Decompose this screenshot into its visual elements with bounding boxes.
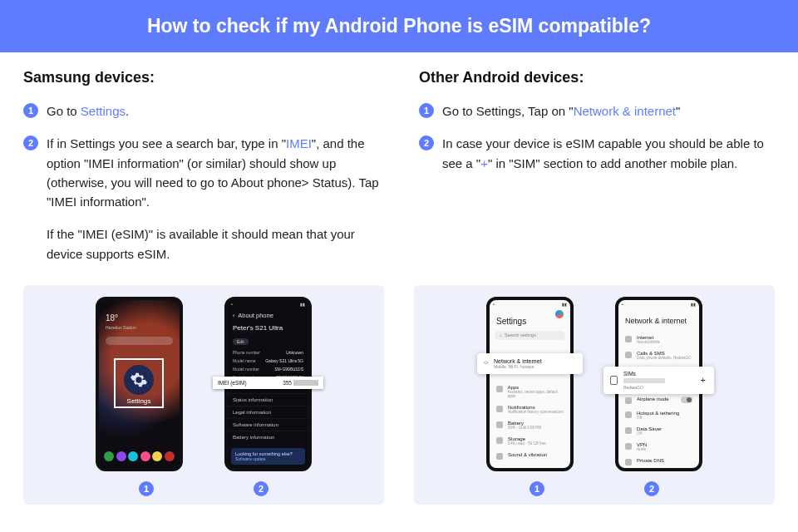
step-badge-2: 2 [419,135,434,150]
imei-esim-label: IMEI (eSIM) [218,380,247,386]
wifi-icon: ⌔ [484,359,488,367]
text-fragment: . [126,104,129,118]
gear-icon [124,365,154,395]
plus-icon: + [699,375,707,385]
imei-esim-callout: IMEI (eSIM) 355 [213,377,323,389]
samsung-heading: Samsung devices: [23,69,379,86]
samsung-step-1: 1 Go to Settings. [23,101,379,121]
dock-icon [116,451,126,461]
weather-widget-temp: 18° [106,313,118,323]
sim-icon [610,376,618,385]
samsung-step-2-text: If in Settings you see a search bar, typ… [47,134,379,264]
dock-icon [165,451,175,461]
list-item: AppsAssistant, recent apps, default apps [490,382,570,401]
other-heading: Other Android devices: [419,69,775,86]
list-item: Data SaverOff [618,423,699,439]
notifications-icon [496,406,503,412]
info-row: Model nameGalaxy S21 Ultra 5G [228,357,308,365]
footer-sub: Software update [235,456,301,461]
search-placeholder: Search settings [505,332,536,337]
list-item: Battery95% - Until 2:00 PM [490,417,570,433]
list-item: Battery information [228,431,308,443]
status-bar: •▮▮ [490,300,570,308]
info-row: Model numberSM-G998U1DS [228,365,308,373]
storage-icon [496,437,503,444]
keyword-imei: IMEI [286,136,312,150]
text-fragment: " [676,104,680,118]
other-android-column: Other Android devices: 1 Go to Settings,… [419,69,775,277]
samsung-step-2-extra: If the "IMEI (eSIM)" is available it sho… [47,224,379,264]
samsung-steps: 1 Go to Settings. 2 If in Settings you s… [23,101,379,264]
edit-pill: Edit [233,338,249,345]
step-badge-2: 2 [23,135,38,150]
sims-label: SIMs [623,371,693,377]
status-bar: •▮▮ [228,300,308,308]
samsung-gallery-numbers: 1 2 [32,481,376,496]
text-fragment: If in Settings you see a search bar, typ… [47,136,286,150]
list-item: Airplane mode [618,393,699,407]
other-step-2: 2 In case your device is eSIM capable yo… [419,134,775,173]
vpn-icon [625,443,632,450]
sim-carrier: RedteaGO [623,385,693,390]
gallery-num-1: 1 [530,481,544,496]
back-icon: ‹ [233,313,234,318]
footer-title: Looking for something else? [235,451,301,456]
text-fragment: Go to [47,104,81,118]
imei-masked [293,380,318,386]
gallery-num-1: 1 [139,481,154,496]
airplane-icon [625,397,632,404]
sim-masked [623,378,665,383]
wifi-icon [625,336,632,342]
weather-widget-location: Hazelton Station [106,325,136,330]
list-item: NotificationsNotification history, conve… [490,401,570,417]
hotspot-icon [625,411,632,418]
samsung-phone-about: •▮▮ ‹ About phone Peter's S21 Ultra Edit… [224,297,312,471]
list-item: Legal information [228,406,308,418]
gallery-num-2: 2 [644,481,659,496]
text-fragment: " in "SIM" section to add another mobile… [488,156,737,170]
other-gallery-numbers: 1 2 [422,481,766,496]
toggle-off [681,397,692,403]
settings-app-highlight: Settings [114,358,164,408]
list-item: Private DNS [618,455,699,469]
gallery-row: •▮▮ 18° Hazelton Station Settings [0,285,798,505]
keyword-settings: Settings [81,104,126,118]
callout-title: Network & internet [494,358,542,364]
gallery-num-2: 2 [254,481,268,496]
callout-sub: Mobile, Wi-Fi, hotspot [494,364,542,369]
calls-icon [625,352,632,358]
dns-icon [625,459,632,466]
samsung-step-1-text: Go to Settings. [47,101,129,121]
android-phone-network: •▮▮ Network & internet InternetNarutoUch… [615,297,702,471]
other-steps: 1 Go to Settings, Tap on "Network & inte… [419,101,775,173]
other-step-1: 1 Go to Settings, Tap on "Network & inte… [419,101,775,121]
imei-value-prefix: 355 [283,380,292,386]
status-bar: •▮▮ [618,300,699,308]
network-list: Airplane mode Hotspot & tetheringOff Dat… [618,393,699,469]
samsung-column: Samsung devices: 1 Go to Settings. 2 If … [23,69,379,277]
network-title: Network & internet [618,308,699,332]
samsung-step-2: 2 If in Settings you see a search bar, t… [23,134,379,264]
settings-app-label: Settings [116,397,162,405]
page-header: How to check if my Android Phone is eSIM… [0,0,798,52]
samsung-phones: •▮▮ 18° Hazelton Station Settings [32,297,376,471]
google-search-bar [106,337,173,345]
sims-callout: SIMs RedteaGO + [603,367,714,394]
other-step-1-text: Go to Settings, Tap on "Network & intern… [442,101,680,121]
list-item: VPNNone [618,439,699,455]
keyword-network-internet: Network & internet [574,104,676,118]
about-phone-header: ‹ About phone [228,308,308,323]
list-item: Storage54% used - 59 GB free [490,433,570,449]
list-item: InternetNarutoUchiha [618,332,699,347]
dock-icon [128,451,138,461]
list-item: Sound & vibration [490,449,570,463]
page-title: How to check if my Android Phone is eSIM… [147,15,651,37]
info-row: Phone numberUnknown [228,348,308,357]
other-gallery: •▮▮ Settings ⌕ Search settings ⌔ Network… [414,285,775,505]
profile-icon [555,310,564,318]
about-list: Status information Legal information Sof… [228,393,308,443]
apps-icon [496,386,503,392]
step-badge-1: 1 [23,103,38,118]
dock-icon [140,451,150,461]
search-settings-bar: ⌕ Search settings [495,331,565,340]
